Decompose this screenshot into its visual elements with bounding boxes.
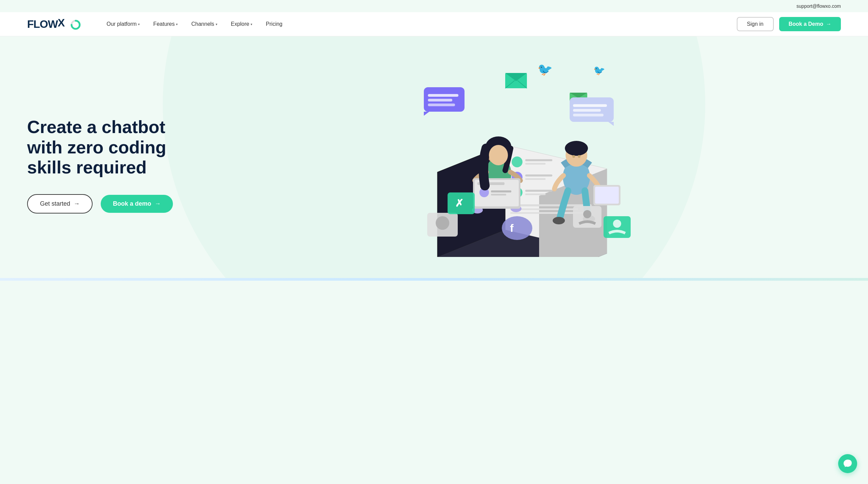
svg-rect-46 — [491, 194, 506, 196]
logo-text: FLOW X — [27, 16, 81, 32]
svg-point-25 — [512, 156, 522, 167]
hero-buttons: Get started → Book a demo → — [27, 194, 203, 213]
channel-card-bottomleft — [427, 213, 458, 237]
svg-text:f: f — [510, 222, 514, 234]
chevron-down-icon: ▾ — [138, 22, 140, 26]
svg-text:🐦: 🐦 — [537, 62, 553, 77]
chat-bubble-right — [570, 97, 614, 126]
book-demo-hero-button[interactable]: Book a demo → — [101, 195, 173, 213]
book-demo-nav-button[interactable]: Book a Demo → — [779, 17, 841, 31]
svg-rect-32 — [525, 190, 552, 192]
svg-text:🐦: 🐦 — [593, 65, 605, 76]
hero-title: Create a chatbot with zero coding skills… — [27, 117, 203, 178]
hero-section: Create a chatbot with zero coding skills… — [0, 36, 868, 281]
svg-rect-12 — [428, 94, 458, 97]
chevron-down-icon: ▾ — [176, 22, 178, 26]
nav-links: Our platform ▾ Features ▾ Channels ▾ Exp… — [101, 18, 737, 30]
svg-rect-63 — [502, 216, 532, 240]
logo-x-icon: X — [58, 16, 71, 29]
svg-point-51 — [553, 217, 565, 224]
svg-rect-30 — [525, 178, 546, 180]
svg-rect-33 — [525, 193, 546, 195]
svg-rect-45 — [491, 190, 511, 192]
svg-point-68 — [613, 220, 621, 228]
navbar: FLOW X Our platform ▾ Features ▾ — [0, 12, 868, 36]
svg-marker-20 — [608, 122, 614, 126]
svg-point-66 — [583, 210, 591, 218]
chat-widget[interactable] — [838, 454, 857, 473]
svg-rect-13 — [428, 99, 452, 101]
facebook-card: f — [502, 216, 532, 240]
svg-rect-27 — [525, 163, 546, 165]
top-bar: support@flowxo.com — [0, 0, 868, 12]
hero-left: Create a chatbot with zero coding skills… — [27, 104, 203, 213]
nav-actions: Sign in Book a Demo → — [737, 17, 841, 31]
svg-text:X: X — [58, 17, 65, 29]
logo[interactable]: FLOW X — [27, 16, 81, 32]
twitter-icon: 🐦 — [537, 62, 553, 77]
svg-point-56 — [565, 141, 588, 156]
svg-rect-17 — [573, 104, 607, 107]
svg-point-60 — [436, 216, 449, 230]
illustration-svg: 🐦 🐦 — [403, 60, 641, 257]
svg-rect-14 — [428, 104, 455, 106]
person-card — [573, 206, 601, 228]
nav-item-features[interactable]: Features ▾ — [148, 18, 183, 30]
nav-item-platform[interactable]: Our platform ▾ — [101, 18, 145, 30]
signin-button[interactable]: Sign in — [737, 17, 774, 31]
nav-item-channels[interactable]: Channels ▾ — [186, 18, 223, 30]
person-card-green — [604, 216, 631, 238]
chevron-down-icon: ▾ — [251, 22, 252, 26]
hero-content: Create a chatbot with zero coding skills… — [0, 36, 868, 281]
chevron-down-icon: ▾ — [216, 22, 217, 26]
svg-rect-19 — [573, 114, 604, 116]
svg-rect-18 — [573, 109, 601, 112]
nav-item-explore[interactable]: Explore ▾ — [225, 18, 258, 30]
hero-illustration: 🐦 🐦 — [403, 60, 641, 257]
svg-marker-15 — [424, 112, 429, 116]
svg-rect-29 — [525, 174, 552, 176]
svg-rect-11 — [424, 91, 427, 94]
svg-point-58 — [578, 155, 580, 158]
chat-widget-icon — [843, 459, 852, 468]
bird-purple-icon: 🐦 — [593, 65, 605, 76]
envelope-teal-icon — [505, 73, 527, 88]
chat-bubble-left — [424, 87, 465, 116]
svg-text:✗: ✗ — [455, 198, 463, 209]
logo-circle-icon — [71, 20, 81, 30]
svg-rect-26 — [525, 159, 552, 161]
svg-rect-54 — [595, 187, 619, 204]
nav-item-pricing[interactable]: Pricing — [260, 18, 288, 30]
svg-point-49 — [489, 145, 508, 165]
support-email[interactable]: support@flowxo.com — [796, 3, 841, 9]
svg-point-57 — [572, 155, 575, 158]
hero-right: 🐦 🐦 — [203, 57, 841, 260]
flowxo-card: ✗ — [448, 192, 475, 214]
get-started-button[interactable]: Get started → — [27, 194, 93, 213]
